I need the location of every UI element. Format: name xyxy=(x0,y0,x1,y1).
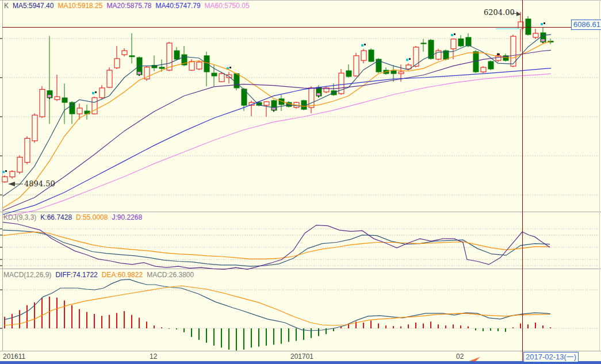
low-price-annotation: 4894.50 xyxy=(24,179,55,188)
candle-up xyxy=(10,171,15,177)
candle-down xyxy=(473,52,478,72)
candle-down xyxy=(391,71,396,74)
signal-dot xyxy=(229,67,231,68)
candle-down xyxy=(421,43,426,44)
sell-signal-marker xyxy=(541,39,545,41)
buy-signal-marker xyxy=(406,59,408,61)
buy-signal-marker xyxy=(2,171,5,173)
candle-down xyxy=(369,50,374,62)
buy-signal-marker xyxy=(361,44,363,47)
candle-up xyxy=(2,177,7,182)
x-axis-month-label: 201701 xyxy=(290,352,313,361)
signal-dot xyxy=(543,22,545,24)
candle-up xyxy=(40,89,45,117)
main-header-value: K xyxy=(4,2,9,10)
x-axis-month-label: 02 xyxy=(456,352,464,361)
x-axis-month-label: 12 xyxy=(150,352,157,361)
candle-down xyxy=(488,62,493,69)
candle-down xyxy=(234,74,239,88)
candle-up xyxy=(354,56,359,76)
candle-up xyxy=(361,51,366,60)
high-price-annotation: 6204.00 xyxy=(484,8,515,17)
candle-up xyxy=(481,67,486,72)
sell-signal-marker xyxy=(137,72,141,74)
candle-down xyxy=(159,67,164,68)
candle-up xyxy=(533,33,538,37)
bottom-scrollbar[interactable] xyxy=(0,361,601,364)
candle-down xyxy=(466,37,471,46)
signal-dot xyxy=(318,96,319,97)
kdj-header-value: D:55.0008 xyxy=(76,213,108,221)
main-header-value: MA20:5875.78 xyxy=(106,2,151,10)
signal-dot xyxy=(454,33,455,35)
candle-up xyxy=(99,88,105,98)
signal-dot xyxy=(273,110,274,112)
candle-up xyxy=(17,157,22,172)
signal-dot xyxy=(409,58,411,60)
main-header-value: MA10:5918.25 xyxy=(58,2,102,10)
macd-header-value: DIFF:74.1722 xyxy=(55,271,97,279)
signal-dot xyxy=(95,91,97,93)
macd-panel[interactable] xyxy=(2,269,599,351)
candle-up xyxy=(107,70,112,87)
macd-header-value: MACD:26.3800 xyxy=(147,271,194,279)
candle-up xyxy=(167,43,172,70)
kdj-header-value: K:66.7428 xyxy=(40,213,72,221)
signal-dot xyxy=(364,44,366,45)
candle-up xyxy=(189,62,194,70)
candle-down xyxy=(62,98,67,102)
candle-up xyxy=(399,72,404,74)
candle-up xyxy=(451,39,456,49)
candle-down xyxy=(70,102,75,114)
signal-dot xyxy=(49,98,50,99)
candle-up xyxy=(32,115,37,141)
sell-signal-marker xyxy=(48,95,51,97)
candle-down xyxy=(526,19,531,35)
candle-up xyxy=(219,74,224,82)
macd-header-value: MACD(12,26,9) xyxy=(3,271,51,279)
signal-dot xyxy=(497,53,500,55)
main-header-value: MA60:5750.05 xyxy=(205,2,250,10)
main-indicator-header: KMA5:5947.40MA10:5918.25MA20:5875.78MA40… xyxy=(4,2,254,10)
candle-down xyxy=(212,73,217,76)
macd-indicator-header: MACD(12,26,9)DIFF:74.1722DEA:60.9822MACD… xyxy=(3,271,198,279)
candle-down xyxy=(301,101,307,109)
stock-chart-window: KMA5:5947.40MA10:5918.25MA20:5875.78MA40… xyxy=(0,0,601,364)
candle-up xyxy=(122,51,127,55)
candle-up xyxy=(25,138,30,162)
crosshair-date-label: 2017-02-13(一) xyxy=(523,352,579,362)
candle-down xyxy=(129,56,135,57)
candle-up xyxy=(55,97,60,99)
crosshair-price-label: 6086.61 xyxy=(571,20,601,30)
buy-signal-marker xyxy=(92,92,94,94)
candle-down xyxy=(458,39,464,46)
signal-dot xyxy=(139,75,140,76)
main-header-value: MA40:5747.79 xyxy=(156,2,201,10)
sell-signal-marker xyxy=(317,93,320,95)
signal-dot xyxy=(542,42,543,43)
buy-signal-marker xyxy=(451,34,453,36)
candle-down xyxy=(174,51,179,59)
kdj-header-value: J:90.2268 xyxy=(112,213,142,221)
candle-up xyxy=(114,59,120,68)
candle-up xyxy=(264,102,269,105)
kdj-header-value: KDJ(9,3,3) xyxy=(3,213,36,221)
x-axis-month-label: 201611 xyxy=(3,352,25,361)
candle-up xyxy=(197,62,202,69)
candle-up xyxy=(309,88,314,108)
buy-signal-marker xyxy=(541,23,543,25)
chart-canvas[interactable] xyxy=(0,0,601,364)
signal-dot xyxy=(5,170,7,172)
candle-up xyxy=(92,98,97,114)
macd-header-value: DEA:60.9822 xyxy=(102,271,143,279)
candle-down xyxy=(346,71,351,76)
main-header-value: MA5:5947.40 xyxy=(13,2,53,10)
candle-up xyxy=(77,108,82,114)
kdj-indicator-header: KDJ(9,3,3)K:66.7428D:55.0008J:90.2268 xyxy=(3,213,146,221)
